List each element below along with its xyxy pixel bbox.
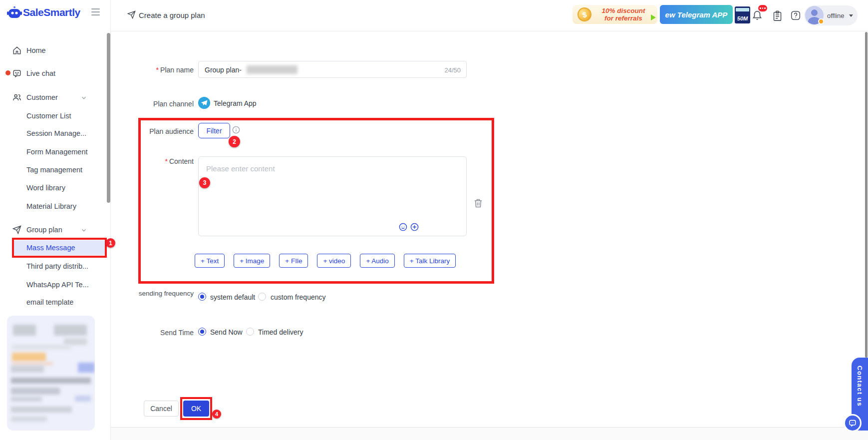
sidebar-item-form-management[interactable]: Form Management bbox=[0, 144, 107, 159]
main-scrollbar[interactable] bbox=[865, 32, 868, 358]
promo-line2: for referrals bbox=[594, 14, 652, 22]
telegram-app-banner[interactable]: ew Telegram APP bbox=[660, 5, 733, 24]
plan-channel-value: Telegram App bbox=[214, 99, 257, 107]
send-time-label: Send Time bbox=[120, 329, 194, 337]
plan-name-input[interactable]: Group plan- 24/50 bbox=[198, 61, 467, 78]
ok-button[interactable]: OK bbox=[183, 401, 209, 417]
sidebar-item-tag-management[interactable]: Tag management bbox=[0, 162, 107, 177]
chevron-down-icon bbox=[80, 227, 87, 234]
send-icon bbox=[127, 10, 136, 19]
sidebar-item-email-template[interactable]: email template bbox=[0, 295, 107, 310]
app-window: SaleSmartly Home Live chat Customer Cust… bbox=[0, 0, 868, 440]
radio-timed-delivery[interactable] bbox=[246, 328, 254, 336]
annotation-badge-3: 3 bbox=[199, 177, 210, 188]
chat-icon bbox=[12, 69, 21, 78]
add-talk-library-button[interactable]: + Talk Library bbox=[404, 254, 456, 268]
notification-count-badge bbox=[758, 5, 767, 11]
send-icon bbox=[12, 225, 21, 234]
telegram-icon bbox=[198, 97, 210, 109]
sidebar-item-live-chat[interactable]: Live chat bbox=[0, 66, 107, 81]
attachment-buttons: + Text + Image + FIle + video + Audio + … bbox=[195, 254, 456, 268]
status-label: offline bbox=[827, 12, 844, 19]
user-menu[interactable]: offline bbox=[804, 5, 858, 25]
chat-bubble-icon bbox=[849, 419, 857, 427]
cancel-button[interactable]: Cancel bbox=[144, 401, 179, 417]
promo-line1: 10% discount bbox=[594, 7, 652, 14]
annotation-badge-4: 4 bbox=[212, 410, 221, 419]
sidebar-item-customer-list[interactable]: Customer List bbox=[0, 108, 107, 123]
sidebar-item-whatsapp-api-template[interactable]: WhatsApp API Te... bbox=[0, 277, 107, 292]
page-title: Create a group plan bbox=[139, 11, 205, 19]
plan-name-value: Group plan- bbox=[205, 66, 242, 74]
sidebar: SaleSmartly Home Live chat Customer Cust… bbox=[0, 0, 111, 440]
content-placeholder: Please enter content bbox=[206, 164, 275, 173]
radio-custom-frequency[interactable] bbox=[258, 293, 266, 301]
sidebar-item-customer[interactable]: Customer bbox=[0, 90, 107, 105]
add-file-button[interactable]: + FIle bbox=[279, 254, 308, 268]
content-textarea[interactable]: Please enter content bbox=[198, 156, 467, 236]
sending-frequency-label: sending frequency bbox=[120, 290, 194, 298]
status-dot bbox=[818, 18, 824, 24]
sidebar-scrollbar[interactable] bbox=[107, 33, 110, 203]
sidebar-item-group-plan[interactable]: Group plan bbox=[0, 222, 107, 237]
chevron-down-icon bbox=[849, 14, 853, 17]
contact-chat-bubble-button[interactable] bbox=[844, 414, 862, 432]
add-audio-button[interactable]: + Audio bbox=[360, 254, 394, 268]
sidebar-preview-card bbox=[7, 316, 95, 431]
create-group-plan-form: *Plan name Group plan- 24/50 Plan channe… bbox=[111, 31, 868, 427]
emoji-icon[interactable] bbox=[399, 223, 407, 231]
coin-icon: $ bbox=[576, 6, 592, 22]
50m-badge-strip bbox=[736, 8, 749, 11]
plan-name-redacted bbox=[247, 65, 297, 74]
50m-badge[interactable]: 50M bbox=[735, 6, 750, 23]
chevron-down-icon bbox=[80, 94, 87, 101]
sidebar-item-mass-message[interactable]: Mass Message bbox=[14, 240, 105, 255]
character-counter: 24/50 bbox=[444, 66, 461, 74]
contact-us-label: Contact us bbox=[856, 366, 864, 407]
filter-button[interactable]: Filter bbox=[198, 123, 230, 138]
sidebar-item-third-party-distribution[interactable]: Third party distrib... bbox=[0, 259, 107, 274]
plan-audience-label: Plan audience bbox=[120, 127, 194, 135]
collapse-menu-icon[interactable] bbox=[91, 8, 100, 15]
option-send-now[interactable]: Send Now bbox=[210, 328, 243, 336]
annotation-badge-2: 2 bbox=[229, 136, 240, 147]
promo-arrow-icon bbox=[651, 14, 656, 20]
annotation-badge-1: 1 bbox=[106, 238, 115, 248]
option-system-default[interactable]: system default bbox=[210, 293, 255, 301]
option-custom-frequency[interactable]: custom frequency bbox=[271, 293, 326, 301]
people-icon bbox=[12, 93, 21, 102]
option-timed-delivery[interactable]: Timed delivery bbox=[258, 328, 303, 336]
add-text-button[interactable]: + Text bbox=[195, 254, 225, 268]
logo-text: SaleSmartly bbox=[23, 6, 80, 18]
radio-send-now[interactable] bbox=[198, 328, 206, 336]
plan-name-label: *Plan name bbox=[120, 66, 194, 74]
radio-system-default[interactable] bbox=[198, 293, 206, 301]
sidebar-item-session-management[interactable]: Session Manage... bbox=[0, 126, 107, 141]
top-header: Create a group plan $ 10% discount for r… bbox=[111, 0, 868, 31]
delete-content-icon[interactable] bbox=[473, 198, 483, 208]
add-image-button[interactable]: + Image bbox=[234, 254, 270, 268]
footer-strip bbox=[111, 427, 868, 440]
clipboard-icon[interactable] bbox=[772, 10, 783, 21]
sidebar-item-word-library[interactable]: Word library bbox=[0, 180, 107, 195]
salesmartly-logo-icon bbox=[7, 5, 22, 20]
home-icon bbox=[12, 46, 21, 55]
help-icon[interactable] bbox=[791, 10, 801, 20]
referral-promo-banner[interactable]: $ 10% discount for referrals bbox=[573, 5, 657, 24]
add-content-icon[interactable] bbox=[410, 223, 419, 231]
sidebar-item-material-library[interactable]: Material Library bbox=[0, 199, 107, 214]
info-icon[interactable] bbox=[232, 126, 240, 134]
plan-channel-label: Plan channel bbox=[120, 100, 194, 108]
add-video-button[interactable]: + video bbox=[317, 254, 351, 268]
sidebar-item-home[interactable]: Home bbox=[0, 43, 107, 58]
content-label: *Content bbox=[120, 157, 194, 165]
